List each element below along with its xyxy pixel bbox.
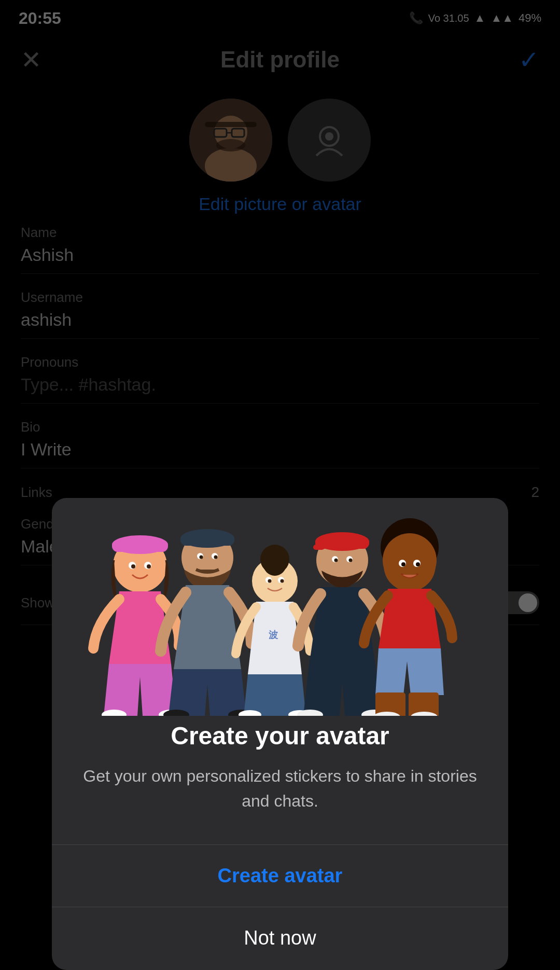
not-now-button[interactable]: Not now	[52, 907, 508, 960]
svg-rect-42	[313, 545, 325, 550]
modal-title: Create your avatar	[83, 721, 477, 751]
svg-point-46	[349, 559, 353, 562]
svg-point-51	[383, 533, 437, 587]
svg-point-55	[416, 562, 420, 566]
svg-point-35	[281, 579, 284, 583]
svg-rect-22	[180, 534, 234, 546]
svg-point-26	[214, 556, 218, 559]
svg-point-25	[200, 556, 203, 559]
create-avatar-button[interactable]: Create avatar	[52, 845, 508, 907]
svg-point-16	[131, 564, 135, 569]
avatar-illustration: 波	[52, 498, 508, 716]
svg-point-45	[334, 559, 338, 562]
not-now-label: Not now	[244, 927, 316, 949]
modal-content: Create your avatar Get your own personal…	[52, 716, 508, 829]
create-avatar-label: Create avatar	[218, 865, 343, 887]
avatar-group-svg: 波	[67, 498, 493, 716]
svg-point-31	[263, 553, 286, 576]
svg-point-34	[268, 579, 272, 583]
svg-text:波: 波	[269, 630, 278, 640]
svg-rect-13	[112, 541, 168, 552]
svg-point-17	[147, 564, 151, 569]
avatar-modal: 波	[52, 498, 508, 970]
svg-point-54	[401, 562, 405, 566]
modal-description: Get your own personalized stickers to sh…	[83, 764, 477, 813]
